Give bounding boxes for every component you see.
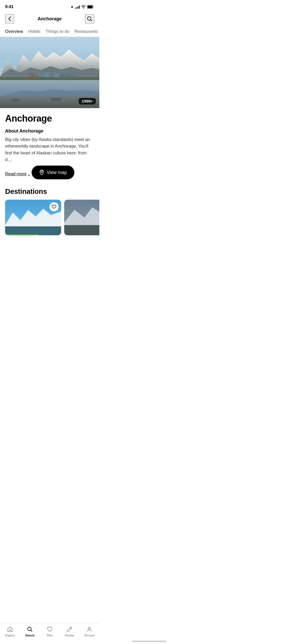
- signal-bars-icon: [75, 5, 80, 9]
- svg-point-25: [33, 100, 39, 102]
- destination-progress-bar-1: [5, 234, 39, 235]
- photo-counter: 1/999+: [79, 98, 96, 105]
- wifi-icon: [81, 5, 86, 9]
- main-content: Anchorage About Anchorage Big city vibes…: [0, 108, 99, 263]
- heart-icon: [52, 205, 56, 209]
- svg-point-26: [50, 98, 62, 101]
- read-more-button[interactable]: Read more ⌄: [5, 171, 30, 177]
- svg-rect-33: [5, 226, 61, 235]
- hero-image: [0, 37, 99, 108]
- location-pin-icon: [39, 170, 44, 175]
- svg-point-24: [11, 98, 20, 101]
- tabs: Overview Hotels Things to do Restaurants: [0, 26, 99, 37]
- city-heading: Anchorage: [5, 113, 94, 124]
- header-search-button[interactable]: [85, 14, 94, 23]
- tab-hotels[interactable]: Hotels: [28, 26, 45, 37]
- destinations-heading: Destinations: [5, 187, 94, 196]
- about-text: Big city vibes (by Alaska standards) mee…: [5, 136, 94, 163]
- search-icon: [87, 16, 92, 22]
- destination-card-2[interactable]: [64, 200, 99, 235]
- svg-rect-1: [88, 6, 92, 8]
- status-bar: 9:41: [0, 0, 99, 12]
- chevron-down-icon: ⌄: [28, 172, 30, 176]
- battery-icon: [87, 5, 94, 9]
- destination-card-1[interactable]: [5, 200, 61, 235]
- svg-rect-36: [64, 225, 99, 235]
- page-title: Anchorage: [38, 16, 62, 22]
- destination-scene-2: [64, 200, 99, 235]
- hero-image-container: 1/999+: [0, 37, 99, 108]
- tab-overview[interactable]: Overview: [5, 26, 27, 37]
- destinations-row: [5, 200, 94, 237]
- about-heading: About Anchorage: [5, 128, 94, 134]
- hero-scene-svg: [0, 37, 99, 108]
- location-arrow-icon: [71, 5, 74, 9]
- view-map-button[interactable]: View map: [32, 166, 75, 179]
- status-time: 9:41: [5, 4, 13, 9]
- svg-point-29: [41, 171, 43, 173]
- svg-rect-17: [0, 77, 99, 80]
- back-button[interactable]: [5, 14, 14, 23]
- header: Anchorage: [0, 12, 99, 26]
- tab-restaurants[interactable]: Restaurants: [75, 26, 99, 37]
- status-icons: [71, 5, 94, 9]
- tab-things-to-do[interactable]: Things to do: [46, 26, 74, 37]
